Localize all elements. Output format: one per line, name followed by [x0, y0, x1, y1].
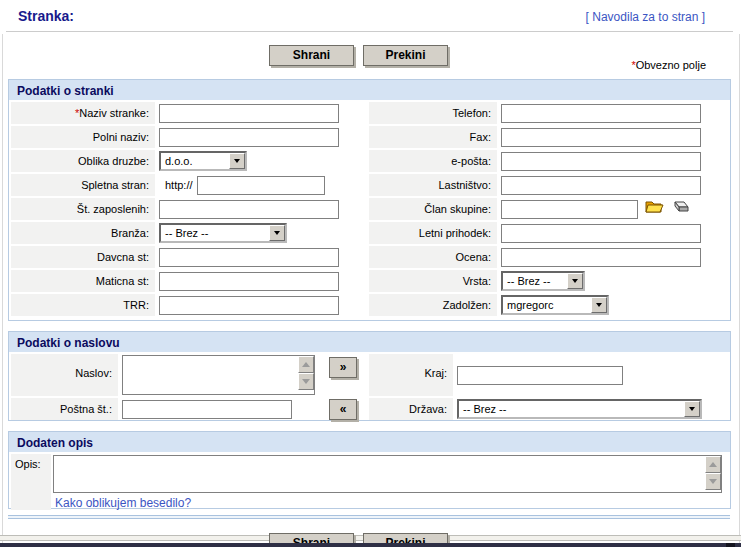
field-label: Zadolžen:	[369, 294, 497, 316]
field-label: Poštna št.:	[11, 398, 118, 420]
row-maticna-st: Maticna st:	[11, 270, 366, 292]
select-value: mgregorc	[503, 297, 591, 313]
branza-select[interactable]: -- Brez --	[159, 223, 287, 243]
textarea-scrollbar[interactable]	[705, 456, 721, 492]
section-title-address: Podatki o naslovu	[9, 332, 730, 352]
customer-edit-page: Stranka: [ Navodila za to stran ] Shrani…	[0, 0, 741, 547]
required-note-text: Obvezno polje	[636, 59, 706, 71]
section-title-description: Dodaten opis	[9, 432, 730, 452]
row-e-posta: e-pošta:	[369, 150, 728, 172]
row-ocena: Ocena:	[369, 246, 728, 268]
format-help-link[interactable]: Kako oblikujem besedilo?	[55, 496, 728, 510]
oblika-druzbe-select[interactable]: d.o.o.	[159, 151, 247, 171]
section-customer-data: Podatki o stranki *Naziv stranke: Polni …	[8, 79, 731, 321]
st-zaposlenih-input[interactable]	[159, 200, 339, 219]
row-lastnistvo: Lastništvo:	[369, 174, 728, 196]
save-button[interactable]: Shrani	[269, 45, 354, 66]
bottom-divider	[8, 515, 730, 519]
naziv-stranke-input[interactable]	[159, 104, 339, 123]
zadolzen-select[interactable]: mgregorc	[501, 295, 609, 315]
chevron-down-icon[interactable]	[591, 297, 607, 313]
field-label: Davcna st:	[11, 246, 155, 268]
trr-input[interactable]	[159, 296, 339, 315]
row-opis: Opis: Kako oblikujem besedilo?	[11, 454, 728, 510]
letni-prihodek-input[interactable]	[501, 224, 701, 243]
chevron-down-icon[interactable]	[684, 401, 700, 417]
scroll-up-icon[interactable]	[298, 356, 314, 373]
scroll-down-icon[interactable]	[298, 373, 314, 390]
scroll-down-icon[interactable]	[705, 473, 721, 490]
help-link[interactable]: [ Navodila za to stran ]	[586, 10, 705, 24]
field-label: Št. zaposlenih:	[11, 198, 155, 220]
window-bottom-bar	[0, 543, 741, 547]
field-label: Spletna stran:	[11, 174, 155, 196]
fax-input[interactable]	[501, 128, 701, 147]
maticna-st-input[interactable]	[159, 272, 339, 291]
field-label: Polni naziv:	[11, 126, 155, 148]
copy-address-left-button[interactable]: «	[329, 399, 357, 420]
field-label: Oblika druzbe:	[11, 150, 155, 172]
row-davcna-st: Davcna st:	[11, 246, 366, 268]
row-postna-st: Poštna št.: «	[11, 398, 366, 420]
page-title: Stranka:	[18, 8, 74, 24]
lastnistvo-input[interactable]	[501, 176, 701, 195]
textarea-scrollbar[interactable]	[298, 356, 314, 394]
row-vrsta: Vrsta: -- Brez --	[369, 270, 728, 292]
field-label: Naslov:	[11, 354, 118, 396]
select-value: d.o.o.	[161, 153, 229, 169]
scroll-up-icon[interactable]	[705, 456, 721, 473]
field-label: Država:	[369, 398, 453, 420]
eraser-icon[interactable]	[671, 200, 689, 218]
drzava-select[interactable]: -- Brez --	[457, 399, 702, 419]
row-st-zaposlenih: Št. zaposlenih:	[11, 198, 366, 220]
row-telefon: Telefon:	[369, 102, 728, 124]
spletna-stran-input[interactable]	[197, 176, 325, 195]
row-naziv-stranke: *Naziv stranke:	[11, 102, 366, 124]
kraj-input[interactable]	[457, 366, 623, 385]
header-divider	[6, 31, 733, 32]
row-polni-naziv: Polni naziv:	[11, 126, 366, 148]
polni-naziv-input[interactable]	[159, 128, 339, 147]
field-label: Lastništvo:	[369, 174, 497, 196]
row-letni-prihodek: Letni prihodek:	[369, 222, 728, 244]
select-value: -- Brez --	[161, 225, 269, 241]
section-description: Dodaten opis Opis: Kako oblikujem besedi…	[8, 431, 731, 509]
row-kraj: Kraj:	[369, 354, 728, 396]
window-left-edge	[2, 34, 3, 547]
select-value: -- Brez --	[503, 273, 567, 289]
required-note: *Obvezno polje	[631, 59, 706, 71]
naslov-textarea[interactable]	[122, 355, 315, 395]
cancel-button[interactable]: Prekini	[363, 45, 448, 66]
ocena-input[interactable]	[501, 248, 701, 267]
window-right-edge	[739, 34, 740, 547]
field-label: Telefon:	[369, 102, 497, 124]
section-title-customer: Podatki o stranki	[9, 80, 730, 100]
window-bottom-bar-end	[726, 543, 735, 547]
e-posta-input[interactable]	[501, 152, 701, 171]
clan-skupine-input[interactable]	[501, 200, 638, 219]
chevron-down-icon[interactable]	[229, 153, 245, 169]
field-label: e-pošta:	[369, 150, 497, 172]
field-label: Ocena:	[369, 246, 497, 268]
copy-address-right-button[interactable]: »	[329, 357, 357, 378]
chevron-down-icon[interactable]	[269, 225, 285, 241]
davcna-st-input[interactable]	[159, 248, 339, 267]
field-label: Opis:	[11, 454, 51, 510]
chevron-down-icon[interactable]	[567, 273, 583, 289]
row-drzava: Država: -- Brez --	[369, 398, 728, 420]
folder-icon[interactable]	[645, 200, 664, 218]
select-value: -- Brez --	[459, 401, 684, 417]
row-branza: Branža: -- Brez --	[11, 222, 366, 244]
vrsta-select[interactable]: -- Brez --	[501, 271, 585, 291]
telefon-input[interactable]	[501, 104, 701, 123]
opis-textarea[interactable]	[53, 455, 722, 493]
postna-st-input[interactable]	[122, 400, 292, 419]
field-label: Maticna st:	[11, 270, 155, 292]
row-clan-skupine: Član skupine:	[369, 198, 728, 220]
field-label: Član skupine:	[369, 198, 497, 220]
field-label: Branža:	[11, 222, 155, 244]
field-label: Kraj:	[369, 354, 453, 396]
field-label: Vrsta:	[369, 270, 497, 292]
row-oblika-druzbe: Oblika druzbe: d.o.o.	[11, 150, 366, 172]
field-label: Fax:	[369, 126, 497, 148]
